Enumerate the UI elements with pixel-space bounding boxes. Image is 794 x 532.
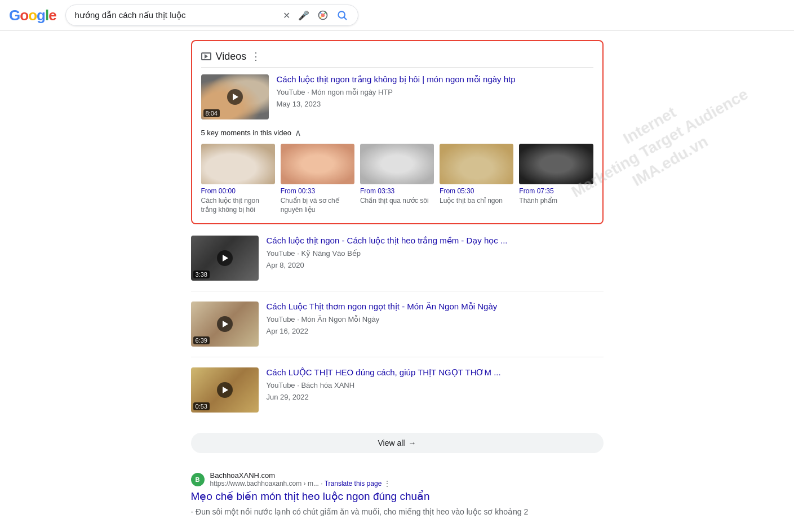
video-info: Cách Luộc Thịt thơm ngon ngọt thịt - Món…: [267, 302, 498, 347]
video-result[interactable]: 0:53Cách LUỘC THỊT HEO đúng cách, giúp T…: [191, 367, 604, 423]
video-result[interactable]: 3:38Cách luộc thịt ngon - Cách luộc thịt…: [191, 236, 604, 291]
moment-item[interactable]: From 05:30Luộc thịt ba chỉ ngon: [440, 144, 513, 214]
video-thumbnail: 6:39: [191, 302, 259, 347]
google-logo[interactable]: Google: [9, 7, 56, 24]
video-section-icon: [201, 52, 211, 60]
video-thumbnail: 3:38: [191, 236, 259, 281]
moment-thumbnail: [201, 144, 275, 184]
video-thumbnail: 0:53: [191, 367, 259, 413]
moment-timestamp: From 00:33: [281, 187, 354, 195]
moment-thumbnail: [440, 144, 513, 184]
featured-video-info: Cách luộc thịt ngon trắng không bị hôi |…: [277, 74, 516, 119]
thumbnail-food-decoration: [440, 144, 513, 184]
arrow-right-icon: →: [409, 438, 416, 447]
moment-item[interactable]: From 03:33Chần thịt qua nước sôi: [360, 144, 434, 214]
favicon-letter: B: [196, 476, 200, 483]
video-title[interactable]: Cách LUỘC THỊT HEO đúng cách, giúp THỊT …: [267, 367, 501, 378]
video-source: YouTube · Kỹ Năng Vào Bếp: [267, 248, 508, 260]
moment-item[interactable]: From 00:33Chuẩn bị và sơ chế nguyên liệu: [281, 144, 354, 214]
videos-section-title: Videos: [216, 51, 247, 63]
featured-video-source: YouTube · Món ngon mỗi ngày HTP: [277, 87, 516, 99]
result-title[interactable]: Mẹo chế biến món thịt heo luộc ngon đúng…: [191, 490, 604, 503]
clear-button[interactable]: ✕: [282, 9, 291, 22]
videos-header: Videos ⋮: [201, 50, 593, 68]
play-triangle-icon: [223, 255, 228, 261]
videos-menu-icon[interactable]: ⋮: [251, 50, 261, 63]
play-triangle-icon: [223, 321, 228, 327]
more-options-icon[interactable]: ⋮: [384, 480, 391, 487]
featured-video-thumbnail[interactable]: 8:04: [201, 74, 269, 119]
view-all-button[interactable]: View all →: [191, 433, 604, 453]
thumbnail-food-decoration: [281, 144, 354, 184]
site-name: BachhoaXANH.com: [210, 471, 391, 480]
svg-point-1: [321, 14, 325, 17]
search-bar: ✕ 🎤: [65, 5, 358, 26]
moment-timestamp: From 05:30: [440, 187, 513, 195]
key-moments-header: 5 key moments in this video ∧: [201, 127, 593, 138]
moment-thumbnail: [360, 144, 434, 184]
site-favicon: B: [191, 473, 205, 486]
play-triangle-icon: [233, 94, 238, 100]
video-meta: YouTube · Kỹ Năng Vào BếpApr 8, 2020: [267, 248, 508, 272]
video-info: Cách luộc thịt ngon - Cách luộc thịt heo…: [267, 236, 508, 281]
organic-result: B BachhoaXANH.com https://www.bachhoaxan…: [191, 467, 604, 518]
search-button[interactable]: [335, 8, 349, 22]
search-input[interactable]: [75, 11, 277, 20]
play-triangle-icon: [223, 387, 228, 393]
video-meta: YouTube · Bách hóa XANHJun 29, 2022: [267, 380, 501, 404]
video-title[interactable]: Cách Luộc Thịt thơm ngon ngọt thịt - Món…: [267, 302, 498, 312]
translate-link[interactable]: Translate this page: [325, 480, 382, 487]
moment-label: Luộc thịt ba chỉ ngon: [440, 197, 513, 206]
search-icons: ✕ 🎤: [282, 8, 349, 22]
play-circle: [217, 316, 233, 332]
video-meta: YouTube · Món Ăn Ngon Mỗi NgàyApr 16, 20…: [267, 314, 498, 338]
play-triangle-icon: [205, 54, 208, 59]
video-duration: 6:39: [193, 336, 210, 344]
result-snippet: - Đun sôi một nồi nước lạnh có chút giấm…: [191, 506, 604, 518]
site-url: https://www.bachhoaxanh.com › m... · Tra…: [210, 480, 391, 487]
header: Google ✕ 🎤: [0, 0, 794, 31]
featured-video-title[interactable]: Cách luộc thịt ngon trắng không bị hôi |…: [277, 74, 516, 85]
moment-label: Thành phẩm: [519, 197, 593, 206]
svg-line-3: [344, 17, 346, 20]
moment-label: Cách luộc thịt ngon trắng không bị hôi: [201, 197, 275, 214]
video-date: Jun 29, 2022: [267, 392, 501, 404]
collapse-key-moments-button[interactable]: ∧: [295, 127, 301, 138]
moment-label: Chần thịt qua nước sôi: [360, 197, 434, 206]
lens-button[interactable]: [316, 8, 330, 22]
key-moments-label: 5 key moments in this video: [201, 128, 291, 137]
video-date: Apr 16, 2022: [267, 326, 498, 338]
videos-box: Videos ⋮ 8:04 Cách luộc thịt ngon trắng …: [191, 40, 604, 224]
site-url-text: https://www.bachhoaxanh.com › m... ·: [210, 480, 325, 487]
video-duration: 0:53: [193, 402, 210, 410]
moment-item[interactable]: From 00:00Cách luộc thịt ngon trắng khôn…: [201, 144, 275, 214]
video-duration: 3:38: [193, 271, 210, 278]
play-circle: [217, 382, 233, 398]
moment-item[interactable]: From 07:35Thành phẩm: [519, 144, 593, 214]
featured-video-meta: YouTube · Món ngon mỗi ngày HTP May 13, …: [277, 87, 516, 110]
voice-search-button[interactable]: 🎤: [297, 9, 310, 22]
video-source: YouTube · Món Ăn Ngon Mỗi Ngày: [267, 314, 498, 326]
video-date: Apr 8, 2020: [267, 260, 508, 272]
thumbnail-food-decoration: [519, 144, 593, 184]
view-all-label: View all: [378, 438, 405, 447]
moment-timestamp: From 03:33: [360, 187, 434, 195]
thumbnail-food-decoration: [201, 144, 275, 184]
moment-thumbnail: [519, 144, 593, 184]
video-info: Cách LUỘC THỊT HEO đúng cách, giúp THỊT …: [267, 367, 501, 413]
video-title[interactable]: Cách luộc thịt ngon - Cách luộc thịt heo…: [267, 236, 508, 246]
featured-video[interactable]: 8:04 Cách luộc thịt ngon trắng không bị …: [201, 74, 593, 119]
other-videos-list: 3:38Cách luộc thịt ngon - Cách luộc thịt…: [191, 236, 604, 423]
video-duration: 8:04: [203, 109, 220, 117]
key-moments-grid: From 00:00Cách luộc thịt ngon trắng khôn…: [201, 144, 593, 214]
moment-timestamp: From 07:35: [519, 187, 593, 195]
site-info: B BachhoaXANH.com https://www.bachhoaxan…: [191, 471, 604, 487]
moment-thumbnail: [281, 144, 354, 184]
video-result[interactable]: 6:39Cách Luộc Thịt thơm ngon ngọt thịt -…: [191, 302, 604, 357]
thumbnail-food-decoration: [360, 144, 434, 184]
featured-video-date: May 13, 2023: [277, 99, 516, 110]
moment-timestamp: From 00:00: [201, 187, 275, 195]
play-circle: [227, 89, 243, 105]
play-circle: [217, 250, 233, 266]
moment-label: Chuẩn bị và sơ chế nguyên liệu: [281, 197, 354, 214]
